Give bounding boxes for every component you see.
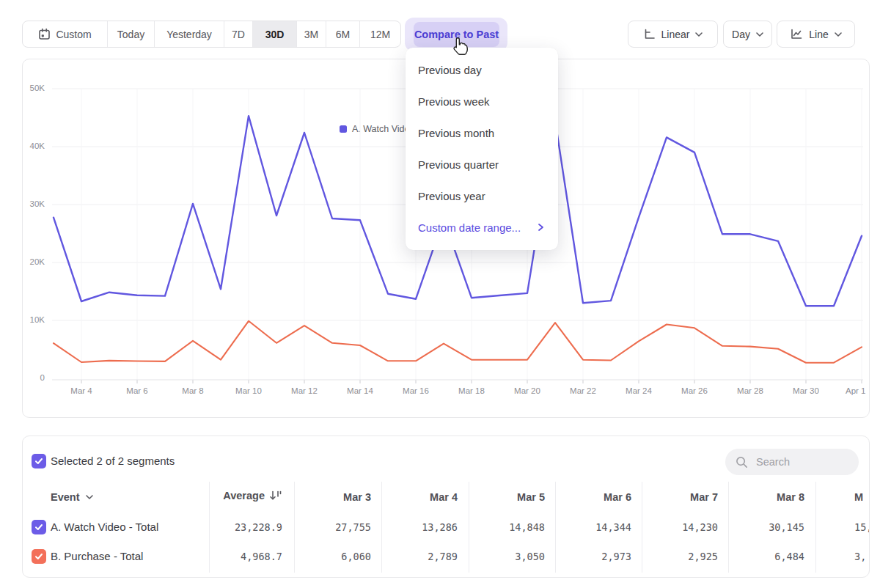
date-range-segmented-control: Custom Today Yesterday 7D 30D 3M 6M 12M	[22, 21, 401, 48]
x-axis-label: Mar 20	[514, 386, 540, 395]
range-yesterday-button[interactable]: Yesterday	[155, 21, 224, 47]
menu-item-previous-quarter[interactable]: Previous quarter	[406, 149, 558, 180]
linear-axis-icon	[643, 29, 656, 40]
x-axis-label: Mar 6	[126, 386, 147, 395]
segments-table-card: Selected 2 of 2 segments Event Average M…	[22, 436, 870, 578]
menu-item-previous-year[interactable]: Previous year	[406, 180, 558, 212]
range-today-button[interactable]: Today	[108, 21, 155, 47]
column-divider	[815, 482, 816, 573]
series-line-purchase[interactable]	[54, 321, 862, 363]
cell-value: 2,973	[551, 551, 631, 562]
row-label-watch-video: A. Watch Video - Total	[51, 521, 158, 533]
cell-value: 6,484	[724, 551, 804, 562]
x-axis-label: Mar 22	[570, 386, 596, 395]
y-axis-label: 40K	[23, 142, 45, 150]
x-axis-label: Mar 10	[235, 386, 262, 395]
x-axis-label: Mar 12	[291, 386, 318, 395]
cell-value: 27,755	[290, 521, 371, 533]
chevron-down-icon	[756, 32, 763, 37]
row-checkbox-watch-video[interactable]	[32, 520, 46, 534]
range-12m-button[interactable]: 12M	[360, 21, 400, 47]
chart-type-line-dropdown-button[interactable]: Line	[777, 21, 855, 48]
y-axis-label: 0	[23, 373, 45, 382]
search-input[interactable]	[755, 455, 853, 468]
x-axis-label: Mar 14	[347, 386, 373, 395]
chevron-right-icon	[538, 224, 543, 231]
x-axis-label: Mar 18	[458, 386, 485, 395]
cell-average: 4,968.7	[202, 551, 282, 562]
column-header-mar3: Mar 3	[298, 491, 371, 503]
search-box	[725, 449, 859, 475]
cell-average: 23,228.9	[202, 521, 282, 533]
menu-item-previous-month[interactable]: Previous month	[406, 117, 558, 149]
column-header-truncated: M	[854, 491, 870, 503]
range-custom-button[interactable]: Custom	[23, 21, 108, 47]
event-column-header[interactable]: Event	[51, 491, 93, 503]
menu-item-previous-week[interactable]: Previous week	[406, 86, 558, 117]
interval-day-dropdown-button[interactable]: Day	[723, 21, 772, 48]
row-label-purchase: B. Purchase - Total	[51, 550, 143, 562]
cell-value: 3,050	[464, 551, 545, 562]
x-axis-label: Mar 28	[737, 386, 763, 395]
x-axis-label: Mar 16	[403, 386, 429, 395]
column-header-mar7: Mar 7	[645, 491, 718, 503]
menu-item-previous-day[interactable]: Previous day	[406, 54, 558, 86]
selected-segments-label: Selected 2 of 2 segments	[51, 455, 175, 467]
x-axis-label: Mar 30	[793, 386, 819, 395]
line-chart-icon	[790, 29, 803, 40]
range-7d-button[interactable]: 7D	[224, 21, 253, 47]
range-3m-button[interactable]: 3M	[297, 21, 326, 47]
cell-value: 6,060	[290, 551, 371, 562]
cell-value: 30,145	[724, 521, 804, 533]
column-header-mar6: Mar 6	[558, 491, 631, 503]
cell-value-truncated: 15,	[854, 521, 870, 533]
select-all-checkbox[interactable]	[32, 454, 46, 468]
chevron-down-icon	[835, 32, 842, 37]
range-30d-button-active[interactable]: 30D	[253, 21, 297, 47]
column-header-mar4: Mar 4	[384, 491, 458, 503]
hand-cursor-icon	[451, 37, 469, 56]
chevron-down-icon	[86, 495, 93, 499]
average-column-header[interactable]: Average	[194, 490, 282, 501]
x-axis-label: Mar 4	[70, 386, 92, 395]
menu-item-custom-date-range[interactable]: Custom date range...	[406, 212, 558, 243]
x-axis-label: Mar 24	[626, 386, 652, 395]
cell-value: 14,848	[464, 521, 545, 533]
cell-value: 14,230	[637, 521, 718, 533]
scale-linear-dropdown-button[interactable]: Linear	[628, 21, 718, 48]
cell-value: 2,789	[377, 551, 458, 562]
x-axis-label: Mar 26	[681, 386, 708, 395]
y-axis-label: 10K	[23, 315, 45, 324]
analytics-dashboard: { "toolbar": { "range_buttons": ["Custom…	[0, 0, 880, 588]
cell-value: 2,925	[637, 551, 718, 562]
sort-descending-icon	[269, 490, 282, 501]
column-header-mar8: Mar 8	[731, 491, 804, 503]
chevron-down-icon	[695, 32, 703, 37]
cell-value-truncated: 3,	[854, 551, 870, 562]
check-icon	[34, 553, 43, 560]
cell-value: 13,286	[377, 521, 458, 533]
search-icon	[736, 456, 748, 468]
check-icon	[34, 457, 43, 465]
row-checkbox-purchase[interactable]	[32, 549, 46, 564]
column-header-mar5: Mar 5	[472, 491, 545, 503]
y-axis-label: 50K	[23, 84, 45, 92]
y-axis-label: 20K	[23, 257, 45, 266]
calendar-icon	[38, 28, 51, 40]
check-icon	[34, 523, 43, 531]
compare-to-past-menu: Previous day Previous week Previous mont…	[406, 48, 558, 250]
range-6m-button[interactable]: 6M	[326, 21, 360, 47]
cell-value: 14,344	[551, 521, 631, 533]
x-axis-label: Apr 1	[846, 386, 866, 395]
range-custom-label: Custom	[56, 29, 91, 40]
x-axis-label: Mar 8	[182, 386, 203, 395]
y-axis-label: 30K	[23, 199, 45, 208]
